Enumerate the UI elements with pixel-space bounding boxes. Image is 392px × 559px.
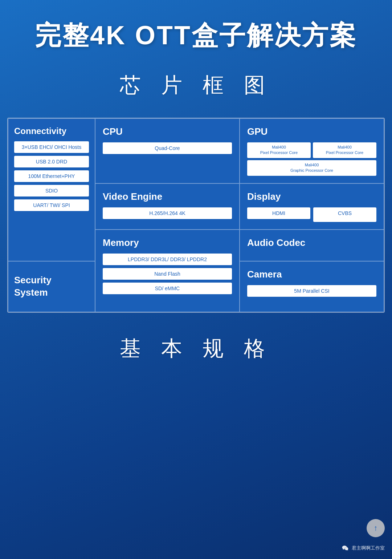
connectivity-item-1: USB 2.0 DRD bbox=[14, 156, 89, 167]
gpu-box-1a: Mali400 Pixel Processor Core bbox=[247, 142, 311, 158]
chip-diagram: Connectivity 3×USB EHCI/ OHCI Hosts USB … bbox=[7, 118, 385, 313]
display-item-0: HDMI bbox=[247, 207, 310, 219]
connectivity-cell: Connectivity 3×USB EHCI/ OHCI Hosts USB … bbox=[8, 118, 95, 261]
camera-cell: Camera 5M Parallel CSI bbox=[240, 261, 384, 312]
security-title: Security System bbox=[14, 274, 52, 299]
memory-item-0: LPDDR3/ DDR3L/ DDR3/ LPDDR2 bbox=[103, 254, 232, 265]
camera-title: Camera bbox=[247, 269, 376, 280]
video-engine-item-0: H.265/H.264 4K bbox=[103, 207, 232, 219]
watermark-text: 君主啊啊工作室 bbox=[352, 545, 385, 551]
display-cell: Display HDMI CVBS bbox=[240, 183, 384, 230]
gpu-box-1b: Mali400 Pixel Processor Core bbox=[313, 142, 376, 158]
cpu-item-0: Quad-Core bbox=[103, 142, 232, 154]
memory-item-2: SD/ eMMC bbox=[103, 283, 232, 294]
camera-item-0: 5M Parallel CSI bbox=[247, 285, 376, 297]
footer-section: 基 本 规 格 bbox=[0, 313, 392, 374]
gpu-title: GPU bbox=[247, 126, 376, 137]
scroll-up-icon: ↑ bbox=[374, 523, 378, 533]
scroll-up-button[interactable]: ↑ bbox=[367, 519, 385, 537]
security-cell: Security System bbox=[8, 261, 95, 312]
connectivity-item-2: 100M Ethernet+PHY bbox=[14, 170, 89, 182]
gpu-box-2: Mali400 Graphic Processor Core bbox=[247, 160, 376, 176]
memory-item-1: Nand Flash bbox=[103, 268, 232, 280]
memory-cell: Memory LPDDR3/ DDR3L/ DDR3/ LPDDR2 Nand … bbox=[95, 230, 240, 312]
connectivity-item-0: 3×USB EHCI/ OHCI Hosts bbox=[14, 141, 89, 153]
watermark: 君主啊啊工作室 bbox=[342, 544, 385, 552]
main-title: 完整4K OTT盒子解决方案 bbox=[0, 0, 392, 60]
display-item-1: CVBS bbox=[313, 207, 376, 222]
chip-diagram-subtitle: 芯 片 框 图 bbox=[0, 60, 392, 118]
connectivity-item-4: UART/ TWI/ SPI bbox=[14, 199, 89, 211]
memory-title: Memory bbox=[103, 237, 232, 248]
footer-title: 基 本 规 格 bbox=[15, 335, 377, 363]
cpu-title: CPU bbox=[103, 126, 232, 137]
gpu-cell: GPU Mali400 Pixel Processor Core Mali400… bbox=[240, 118, 384, 183]
audio-codec-title: Audio Codec bbox=[247, 237, 305, 248]
audio-codec-cell: Audio Codec bbox=[240, 230, 384, 261]
video-engine-cell: Video Engine H.265/H.264 4K bbox=[95, 183, 240, 230]
video-engine-title: Video Engine bbox=[103, 191, 232, 202]
connectivity-title: Connectivity bbox=[14, 126, 89, 136]
wechat-icon bbox=[342, 544, 349, 552]
display-title: Display bbox=[247, 191, 376, 202]
cpu-cell: CPU Quad-Core bbox=[95, 118, 240, 183]
connectivity-item-3: SDIO bbox=[14, 185, 89, 197]
